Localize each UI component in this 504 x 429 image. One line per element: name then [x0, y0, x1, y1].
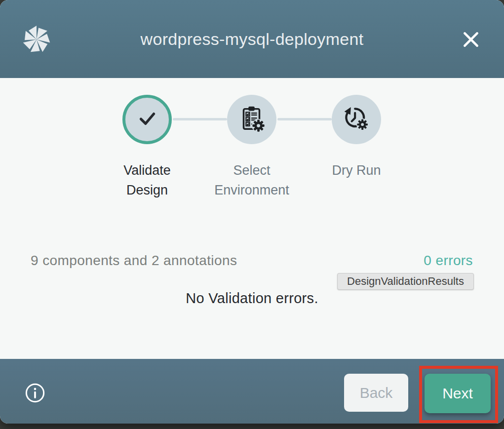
check-icon	[135, 106, 159, 133]
back-button[interactable]: Back	[344, 374, 408, 412]
errors-count-text: 0 errors	[424, 253, 473, 269]
clipboard-gear-icon	[236, 103, 267, 136]
next-button[interactable]: Next	[425, 374, 491, 413]
deployment-wizard-modal: wordpress-mysql-deployment	[0, 0, 504, 424]
stepper-connector-2	[277, 118, 332, 120]
stepper-connector-1	[173, 118, 227, 120]
design-validation-results-tooltip: DesignValidationResults	[337, 273, 474, 290]
step-label-line: Dry Run	[305, 160, 408, 180]
step-label-line: Environment	[200, 180, 304, 200]
info-icon	[25, 397, 45, 405]
close-button[interactable]	[459, 28, 483, 52]
validation-message: No Validation errors.	[0, 290, 504, 307]
step-dry-run-circle[interactable]	[332, 95, 381, 144]
modal-body: Validate Design Select Environment Dry R…	[0, 78, 504, 359]
modal-header: wordpress-mysql-deployment	[0, 0, 504, 78]
step-select-environment-circle[interactable]	[227, 95, 276, 144]
step-label-dry-run: Dry Run	[305, 160, 408, 180]
history-gear-icon	[342, 104, 371, 135]
modal-title: wordpress-mysql-deployment	[0, 30, 504, 49]
close-icon	[461, 29, 481, 51]
components-summary-text: 9 components and 2 annotations	[31, 253, 237, 269]
step-label-line: Select	[200, 160, 304, 180]
step-validate-design-circle[interactable]	[122, 95, 172, 144]
step-label-line: Design	[95, 180, 199, 200]
info-button[interactable]	[25, 383, 45, 403]
step-label-select-environment: Select Environment	[200, 160, 304, 200]
step-label-validate-design: Validate Design	[95, 160, 199, 200]
step-label-line: Validate	[95, 160, 199, 180]
modal-footer: Back Next	[0, 359, 504, 424]
